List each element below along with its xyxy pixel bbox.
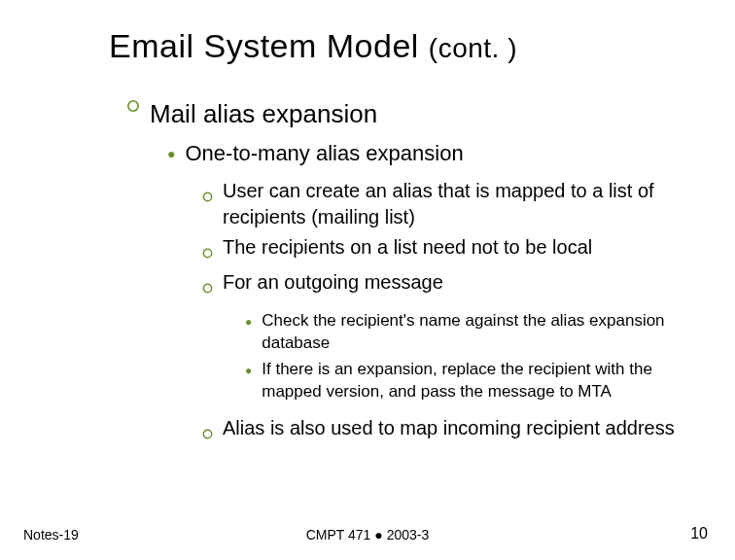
slide: Email System Model (cont. ) Mail alias e…: [0, 0, 735, 560]
slide-title: Email System Model (cont. ): [109, 27, 517, 65]
lvl4-text-0: Check the recipient's name against the a…: [262, 310, 696, 355]
lvl1-text: Mail alias expansion: [150, 97, 696, 131]
lvl3-text-1: The recipients on a list need not to be …: [223, 234, 696, 261]
svg-point-3: [203, 284, 211, 292]
open-circle-icon: [202, 239, 213, 265]
title-cont: (cont. ): [429, 33, 517, 63]
disc-icon: ●: [245, 363, 252, 378]
bullet-lvl1: Mail alias expansion: [126, 97, 696, 131]
svg-point-0: [128, 101, 138, 111]
bullet-lvl4: ● Check the recipient's name against the…: [245, 310, 696, 355]
lvl4-text-1: If there is an expansion, replace the re…: [262, 359, 696, 403]
svg-point-4: [203, 430, 211, 438]
lvl2-text: One-to-many alias expansion: [185, 139, 696, 168]
bullet-lvl3: Alias is also used to map incoming recip…: [202, 415, 696, 446]
disc-icon: ●: [245, 314, 252, 330]
lvl3-text-0: User can create an alias that is mapped …: [223, 178, 696, 230]
slide-content: Mail alias expansion ● One-to-many alias…: [126, 97, 696, 450]
bullet-lvl4: ● If there is an expansion, replace the …: [245, 359, 696, 403]
svg-point-2: [203, 249, 211, 257]
page-number: 10: [690, 525, 708, 542]
disc-icon: ●: [167, 145, 175, 163]
open-circle-icon: [126, 99, 140, 113]
open-circle-icon: [202, 274, 213, 300]
bullet-lvl3: The recipients on a list need not to be …: [202, 234, 696, 265]
footer-center: CMPT 471 ● 2003-3: [0, 527, 735, 542]
bullet-lvl3: User can create an alias that is mapped …: [202, 178, 696, 230]
lvl3-after-text: Alias is also used to map incoming recip…: [223, 415, 696, 441]
svg-point-1: [203, 192, 211, 200]
bullet-lvl2: ● One-to-many alias expansion: [167, 139, 696, 168]
open-circle-icon: [202, 183, 213, 209]
bullet-lvl3: For an outgoing message: [202, 269, 696, 300]
lvl4-block: ● Check the recipient's name against the…: [126, 310, 696, 403]
open-circle-icon: [202, 420, 213, 446]
lvl3-text-2: For an outgoing message: [223, 269, 696, 296]
title-main: Email System Model: [109, 27, 429, 64]
